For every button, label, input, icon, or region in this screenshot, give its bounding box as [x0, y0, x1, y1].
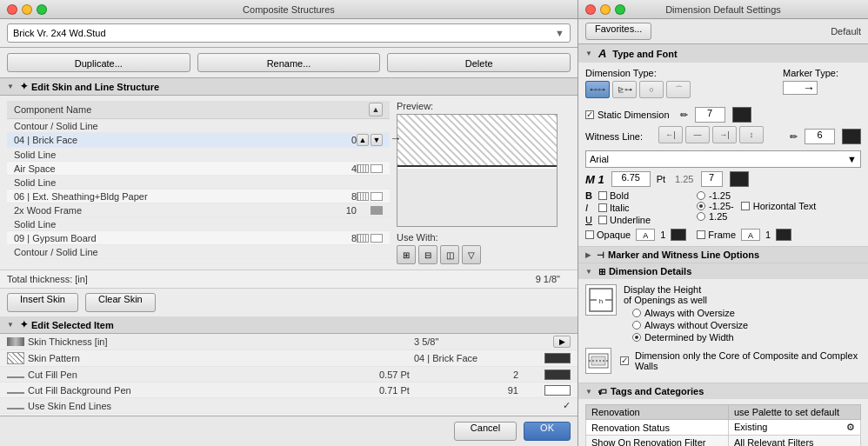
always-oversize-radio[interactable]	[632, 309, 641, 317]
renovation-edit-icon[interactable]: ⚙	[846, 422, 855, 433]
thickness-expand-btn[interactable]: ▶	[553, 336, 571, 348]
text-num-input[interactable]: 7	[701, 171, 723, 187]
thickness-icon	[7, 337, 24, 346]
opaque-checkbox[interactable]	[585, 230, 594, 239]
static-dim-color[interactable]	[732, 107, 751, 123]
duplicate-button[interactable]: Duplicate...	[7, 53, 190, 72]
tags-header[interactable]: ▼ 🏷 Tags and Categories	[578, 383, 868, 399]
cut-fill-bg-icon	[7, 392, 24, 394]
r-minimize-button[interactable]	[600, 4, 611, 15]
text-color[interactable]	[730, 171, 749, 187]
use-with-icon-3[interactable]: ◫	[440, 245, 459, 264]
bold-letter: B	[585, 190, 596, 201]
structure-dropdown[interactable]: Brick Vr. 2x4 Wd.Stud ▼	[7, 23, 571, 43]
rename-button[interactable]: Rename...	[197, 53, 381, 72]
table-row[interactable]: Air Space 4	[7, 162, 390, 176]
preview-section: Preview: → Use With: ⊞ ⊟ ◫ ▽	[397, 101, 571, 264]
horiz-text-checkbox[interactable]	[741, 202, 750, 210]
dimension-details-header[interactable]: ▼ ⊞ Dimension Details	[578, 263, 868, 279]
type-font-section-icon: A	[598, 47, 606, 60]
marker-arrow-display: →	[783, 81, 818, 95]
opaque-frame-row: Opaque A 1 Frame A 1	[585, 229, 861, 241]
dim-type-btn-2[interactable]: ⊵⊶	[612, 81, 637, 98]
maximize-button[interactable]	[37, 4, 47, 15]
left-panel: Composite Structures Brick Vr. 2x4 Wd.St…	[0, 0, 578, 446]
core-composite-checkbox[interactable]	[620, 356, 629, 365]
static-dim-label: Static Dimension	[598, 110, 670, 120]
italic-letter: I	[585, 203, 596, 213]
static-dim-checkbox[interactable]	[585, 110, 594, 119]
marker-expand-icon: ▶	[585, 251, 591, 259]
table-row[interactable]: Solid Line	[7, 148, 390, 162]
right-panel: Dimension Default Settings Favorites... …	[578, 0, 868, 446]
table-row[interactable]: 2x Wood Frame 10	[7, 203, 390, 217]
preview-box	[397, 114, 558, 227]
bold-checkbox[interactable]	[598, 191, 607, 200]
use-with-icon-1[interactable]: ⊞	[397, 245, 416, 264]
ok-button[interactable]: OK	[524, 422, 571, 441]
core-composite-row: Dimension only the Core of Composite and…	[585, 348, 861, 374]
witness-icon-4[interactable]: ↕	[739, 126, 764, 143]
dim-type-label: Dimension Type:	[585, 68, 779, 78]
radio-label-3: 1.25	[709, 211, 727, 222]
marker-type-col: Marker Type: →	[783, 68, 861, 95]
table-row[interactable]: Solid Line	[7, 176, 390, 190]
up-btn[interactable]: ▲	[357, 134, 369, 146]
radio-btn-3[interactable]	[697, 212, 705, 221]
witness-icon-2[interactable]: —	[685, 126, 710, 143]
table-row[interactable]: Solid Line	[7, 217, 390, 231]
marker-witness-header[interactable]: ▶ ⊣ Marker and Witness Line Options	[578, 247, 868, 263]
delete-button[interactable]: Delete	[387, 53, 571, 72]
dim-type-btn-3[interactable]: ○	[639, 81, 664, 98]
static-dim-input[interactable]: 7	[695, 107, 725, 123]
dim-type-btn-1[interactable]: ⊷⊶	[585, 81, 610, 98]
opaque-color[interactable]	[671, 229, 686, 241]
text-size-input[interactable]: 6.75	[611, 171, 651, 187]
dim-details-icon: ⊞	[598, 267, 605, 276]
frame-color[interactable]	[776, 229, 791, 241]
always-oversize-label: Always with Oversize	[644, 308, 735, 318]
witness-icon-3[interactable]: →|	[712, 126, 737, 143]
pattern-swatch2	[371, 164, 383, 173]
type-font-content: Dimension Type: ⊷⊶ ⊵⊶ ○ ⌒ Marker Type: →	[578, 63, 868, 246]
dn-btn[interactable]: ▼	[371, 134, 383, 146]
use-with-icon-2[interactable]: ⊟	[418, 245, 437, 264]
always-without-radio[interactable]	[632, 321, 641, 330]
witness-icon-1[interactable]: ←|	[658, 126, 683, 143]
insert-skin-button[interactable]: Insert Skin	[7, 293, 78, 312]
table-row[interactable]: 09 | Gypsum Board 8	[7, 231, 390, 245]
cancel-button[interactable]: Cancel	[454, 422, 517, 441]
italic-checkbox[interactable]	[598, 203, 607, 212]
text-radio-col: -1.25 -1.25- Horizontal Text 1.25	[697, 190, 861, 222]
determined-by-width-item: Determined by Width	[632, 332, 861, 343]
frame-checkbox[interactable]	[697, 230, 705, 239]
table-row[interactable]: Contour / Solid Line	[7, 245, 390, 259]
minimize-button[interactable]	[22, 4, 32, 15]
witness-input[interactable]: 6	[805, 129, 835, 144]
close-button[interactable]	[7, 4, 17, 15]
r-maximize-button[interactable]	[615, 4, 625, 15]
type-font-header[interactable]: ▼ A Type and Font	[578, 44, 868, 63]
underline-checkbox[interactable]	[598, 216, 607, 224]
radio-btn-2[interactable]	[697, 202, 705, 210]
font-dropdown[interactable]: Arial ▼	[585, 150, 861, 168]
dim-type-btn-4[interactable]: ⌒	[666, 81, 691, 98]
table-row[interactable]: Contour / Solid Line	[7, 119, 390, 133]
main-content-area: Component Name ▲ Contour / Solid Line 04…	[0, 96, 578, 270]
determined-width-radio[interactable]	[632, 333, 641, 342]
table-row[interactable]: 06 | Ext. Sheathing+Bldg Paper 8	[7, 190, 390, 203]
clear-skin-button[interactable]: Clear Skin	[85, 293, 156, 312]
display-height-label: Display the Heightof Openings as well	[624, 284, 861, 305]
witness-icons: ←| — →| ↕	[658, 126, 783, 143]
underline-option: U Underline	[585, 215, 690, 225]
favorites-button[interactable]: Favorites...	[585, 23, 651, 40]
table-row[interactable]: 04 | Brick Face 0 ▲ ▼	[7, 133, 390, 148]
witness-color[interactable]	[842, 129, 861, 144]
tags-section: ▼ 🏷 Tags and Categories Renovation use P…	[578, 383, 868, 446]
sort-up-button[interactable]: ▲	[369, 103, 383, 116]
radio-btn-1[interactable]	[697, 191, 705, 200]
r-close-button[interactable]	[585, 4, 596, 15]
use-with-icon-4[interactable]: ▽	[462, 245, 481, 264]
witness-line-row: Witness Line: ←| — →| ↕ ✏ 6	[585, 126, 861, 147]
radio-125-3: 1.25	[697, 211, 861, 222]
